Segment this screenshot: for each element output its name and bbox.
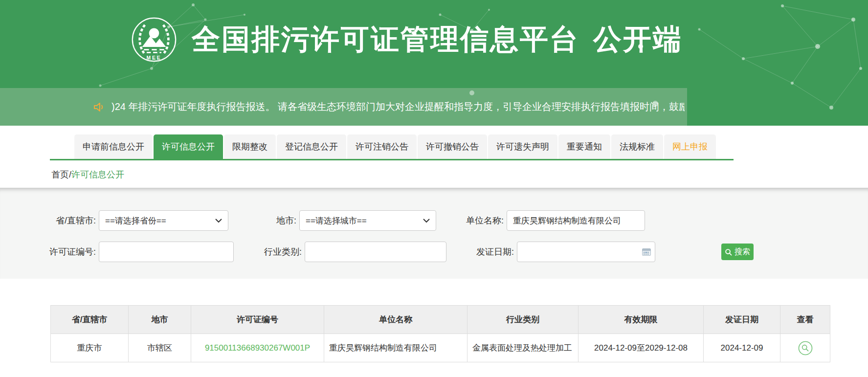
tab-permit-cancellation-notice[interactable]: 许可注销公告	[347, 134, 417, 159]
tab-regulations-standards[interactable]: 法规标准	[611, 134, 663, 159]
industry-category-label: 行业类别:	[241, 246, 302, 258]
province-select[interactable]: ==请选择省份==	[99, 210, 228, 231]
cell-company: 重庆昊辉钢结构制造有限公司	[324, 334, 467, 362]
col-header-issue-date: 发证日期	[704, 306, 780, 334]
view-detail-icon[interactable]	[798, 341, 813, 355]
search-button-label: 搜索	[734, 247, 750, 257]
table-row: 重庆市 市辖区 91500113668930267W001P 重庆昊辉钢结构制造…	[51, 334, 830, 362]
search-panel: 省/直辖市: ==请选择省份== 地市: ==请选择城市== 单位名称: 许可证…	[0, 188, 868, 279]
site-title: 全国排污许可证管理信息平台公开端	[192, 21, 683, 59]
cell-province: 重庆市	[51, 334, 129, 362]
city-label: 地市:	[236, 215, 296, 226]
table-header-row: 省/直辖市 地市 许可证编号 单位名称 行业类别 有效期限 发证日期 查看	[51, 306, 830, 334]
nav-tabs: 申请前信息公开 许可信息公开 限期整改 登记信息公开 许可注销公告 许可撤销公告…	[74, 134, 716, 159]
cell-city: 市辖区	[129, 334, 191, 362]
permit-number-label: 许可证编号:	[42, 246, 96, 258]
tab-registration-info[interactable]: 登记信息公开	[277, 134, 346, 159]
chevron-down-icon	[215, 219, 222, 223]
site-header: MEE 全国排污许可证管理信息平台公开端 )24 年排污许可证年度执行报告报送。…	[0, 0, 868, 126]
site-title-suffix: 公开端	[593, 23, 683, 55]
calendar-icon[interactable]	[642, 248, 651, 256]
svg-text:MEE: MEE	[147, 55, 162, 61]
col-header-industry: 行业类别	[467, 306, 579, 334]
brand: MEE 全国排污许可证管理信息平台公开端	[131, 17, 683, 63]
chevron-down-icon	[423, 219, 430, 223]
results-table-section: 省/直辖市 地市 许可证编号 单位名称 行业类别 有效期限 发证日期 查看 重庆…	[50, 305, 868, 362]
tab-permit-loss-statement[interactable]: 许可遗失声明	[488, 134, 557, 159]
industry-category-input[interactable]	[305, 242, 446, 262]
mee-logo-icon: MEE	[131, 17, 177, 63]
issue-date-label: 发证日期:	[456, 246, 514, 258]
breadcrumb-current: 许可信息公开	[71, 170, 124, 179]
results-table: 省/直辖市 地市 许可证编号 单位名称 行业类别 有效期限 发证日期 查看 重庆…	[50, 305, 830, 362]
col-header-city: 地市	[129, 306, 191, 334]
cell-issue-date: 2024-12-09	[704, 334, 780, 362]
province-label: 省/直辖市:	[42, 215, 96, 226]
province-select-value: ==请选择省份==	[105, 215, 166, 226]
tab-permit-info[interactable]: 许可信息公开	[154, 134, 223, 159]
breadcrumb: 首页/许可信息公开	[0, 160, 868, 188]
col-header-company: 单位名称	[324, 306, 467, 334]
site-title-main: 全国排污许可证管理信息平台	[192, 23, 579, 55]
search-form-row-2: 许可证编号: 行业类别: 发证日期:	[42, 242, 868, 262]
page: MEE 全国排污许可证管理信息平台公开端 )24 年排污许可证年度执行报告报送。…	[0, 0, 868, 377]
col-header-permit-number: 许可证编号	[191, 306, 324, 334]
cell-industry: 金属表面处理及热处理加工	[467, 334, 579, 362]
company-name-input[interactable]	[507, 210, 645, 231]
tab-important-notice[interactable]: 重要通知	[558, 134, 610, 159]
col-header-view: 查看	[780, 306, 830, 334]
announcement: )24 年排污许可证年度执行报告报送。 请各省级生态环境部门加大对企业提醒和指导…	[93, 88, 685, 126]
col-header-validity: 有效期限	[579, 306, 704, 334]
search-icon	[725, 248, 732, 256]
announcement-text: )24 年排污许可证年度执行报告报送。 请各省级生态环境部门加大对企业提醒和指导…	[111, 100, 685, 113]
tab-permit-revocation-notice[interactable]: 许可撤销公告	[418, 134, 487, 159]
issue-date-input[interactable]	[517, 242, 655, 262]
search-button[interactable]: 搜索	[721, 244, 754, 260]
breadcrumb-home-link[interactable]: 首页	[51, 170, 69, 179]
company-name-label: 单位名称:	[446, 215, 504, 226]
announcement-bar-right-cap	[687, 88, 868, 126]
main-navigation: 申请前信息公开 许可信息公开 限期整改 登记信息公开 许可注销公告 许可撤销公告…	[0, 134, 868, 160]
tab-online-application[interactable]: 网上申报	[664, 134, 716, 159]
cell-validity: 2024-12-09至2029-12-08	[579, 334, 704, 362]
permit-number-link[interactable]: 91500113668930267W001P	[205, 343, 310, 353]
tab-deadline-rectification[interactable]: 限期整改	[224, 134, 276, 159]
speaker-icon	[93, 101, 106, 113]
col-header-province: 省/直辖市	[51, 306, 129, 334]
tab-pre-application-info[interactable]: 申请前信息公开	[74, 134, 153, 159]
city-select-value: ==请选择城市==	[306, 215, 367, 226]
city-select[interactable]: ==请选择城市==	[299, 210, 436, 231]
permit-number-input[interactable]	[99, 242, 234, 262]
tabs-underline	[50, 159, 734, 160]
search-form-row-1: 省/直辖市: ==请选择省份== 地市: ==请选择城市== 单位名称:	[42, 210, 868, 231]
